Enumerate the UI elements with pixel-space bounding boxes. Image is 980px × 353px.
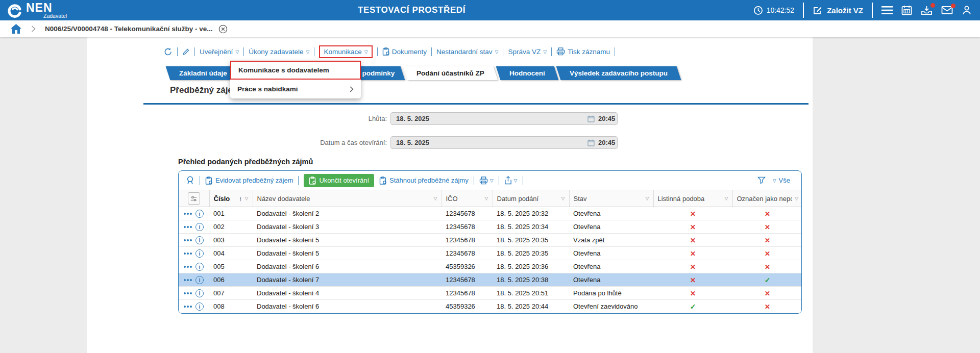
logo-subtitle: Zadavatel [43,13,67,19]
row-info-icon[interactable]: i [195,249,204,258]
inbox-button[interactable] [921,5,933,15]
filter-preset-dropdown[interactable]: ▽Vše [773,176,790,184]
row-info-icon[interactable]: i [195,302,204,311]
row-info-icon[interactable]: i [195,289,204,297]
menu-label: Tisk záznamu [568,48,610,56]
row-menu-dots-icon[interactable] [184,279,192,281]
oteviani-datetime-input[interactable]: 18. 5. 2025 20:45 [390,136,618,149]
tab-label: Podání účastníků ZP [416,69,484,77]
tab-z-kladn-daje[interactable]: Základní údaje [166,66,241,80]
breadcrumb-item[interactable]: N006/25/V00004748 - Telekomunikační služ… [45,25,212,33]
lhuta-date-value[interactable]: 18. 5. 2025 [391,115,587,122]
dropdown-item-pr-ce-s-nab-dkami[interactable]: Práce s nabídkami [230,80,361,98]
row-menu-dots-icon[interactable] [184,239,192,241]
row-number: 005 [209,260,253,273]
nen-logo[interactable]: NEN Zadavatel [7,2,67,19]
home-button[interactable] [10,23,22,34]
table-row[interactable]: i001Dodavatel - školení 21234567818. 5. … [179,207,802,220]
toolbar-separator [194,47,195,56]
table-row[interactable]: i008Dodavatel - školení 64535932618. 5. … [179,300,802,313]
row-actions-cell: i [179,207,209,220]
tab-hodnocen-[interactable]: Hodnocení [496,66,558,80]
column-header-cislo: Číslo↑▽ [209,190,253,207]
column-header-control[interactable]: Datum podání▽ [497,195,565,203]
cross-icon: ✕ [690,223,696,231]
submissions-table: Číslo↑▽Název dodavatele▽IČO▽Datum podání… [179,190,802,313]
column-header-control[interactable]: Stav▽ [574,195,649,203]
record-menu-dokumenty[interactable]: Dokumenty [382,47,427,56]
row-menu-dots-icon[interactable] [184,213,192,215]
menu-clipboard-icon [382,47,389,56]
export-button[interactable]: ▽ [504,176,518,185]
oteviani-time-value[interactable]: 20:45 [598,139,615,146]
filter-preset-label: Vše [779,176,790,184]
filter-chevron-icon: ▽ [795,196,798,201]
column-settings-button[interactable] [188,192,200,205]
chevron-down-icon: ▽ [514,178,518,183]
user-icon [962,5,972,15]
table-row[interactable]: i004Dodavatel - školení 51234567818. 5. … [179,247,802,260]
cross-icon: ✕ [690,263,696,271]
column-header-control[interactable]: Číslo↑▽ [214,195,249,203]
table-row[interactable]: i007Dodavatel - školení 41234567818. 5. … [179,287,802,300]
record-menu-spr-va-vz[interactable]: Správa VZ▽ [508,48,547,56]
table-toolbar: Evidovat předběžný zájemUkončit otevírán… [179,171,801,190]
row-actions-cell: i [179,234,209,247]
filter-chevron-icon: ▽ [485,196,488,201]
row-info-icon[interactable]: i [195,210,204,218]
row-info-icon[interactable]: i [195,236,204,244]
column-header-control[interactable]: Označen jako nepodaný▽ [737,195,799,203]
row-menu-dots-icon[interactable] [184,292,192,294]
evidovat-p-edb-n-z-jem-button[interactable]: Evidovat předběžný zájem [205,176,293,185]
column-header-control[interactable]: Název dodavatele▽ [257,195,437,203]
lhuta-datetime-input[interactable]: 18. 5. 2025 20:45 [390,112,618,125]
row-menu-dots-icon[interactable] [184,306,192,308]
award-icon[interactable] [186,175,194,185]
table-row[interactable]: i003Dodavatel - školení 51234567818. 5. … [179,234,802,247]
record-menu-tisk-z-znamu[interactable]: Tisk záznamu [556,47,610,56]
row-info-icon[interactable]: i [195,223,204,231]
column-header-control[interactable]: Listinná podoba▽ [658,195,728,203]
column-label: Listinná podoba [658,195,722,203]
record-menu-komunikace[interactable]: Komunikace▽ [319,45,372,58]
calendar-small-icon [587,115,595,122]
button-label: Ukončit otevírání [319,176,369,184]
tab-v-sledek-zad-vac-ho-postupu[interactable]: Výsledek zadávacího postupu [556,66,681,80]
column-label: IČO [446,195,482,203]
cross-icon: ✕ [765,263,770,271]
tab-pod-n-astn-k-zp[interactable]: Podání účastníků ZP [403,66,498,80]
refresh-icon[interactable] [164,47,173,56]
column-header-control[interactable]: IČO▽ [446,195,488,203]
table-row[interactable]: i005Dodavatel - školení 64535932618. 5. … [179,260,802,273]
oteviani-date-value[interactable]: 18. 5. 2025 [391,139,587,146]
close-record-button[interactable] [218,24,228,34]
toolbar-separator [243,47,244,56]
record-menu--kony-zadavatele[interactable]: Úkony zadavatele▽ [249,48,309,56]
calendar-icon [901,5,912,15]
ukon-it-otev-r-n--button[interactable]: Ukončit otevírání [304,174,374,187]
row-info-icon[interactable]: i [195,276,204,284]
table-row[interactable]: i006Dodavatel - školení 71234567818. 5. … [179,273,802,287]
submission-datetime: 18. 5. 2025 20:38 [493,273,569,287]
filter-funnel-button[interactable] [757,176,766,184]
record-menu-uve-ejn-n-[interactable]: Uveřejnění▽ [200,48,239,56]
messages-button[interactable] [941,6,953,15]
dropdown-item-komunikace-s-dodavatelem[interactable]: Komunikace s dodavatelem [230,61,361,80]
row-info-icon[interactable]: i [195,263,204,271]
row-menu-dots-icon[interactable] [184,266,192,268]
lhuta-time-value[interactable]: 20:45 [598,115,615,122]
menu-label: Úkony zadavatele [249,48,303,56]
paper-form-mark: ✕ [653,220,732,234]
menu-button[interactable] [881,6,893,15]
st-hnout-p-edb-n-z-jmy-button[interactable]: Stáhnout předběžné zájmy [379,176,469,185]
print-button[interactable]: ▽ [479,176,494,185]
edit-icon[interactable] [182,48,190,56]
record-menu-nestandardn-stav[interactable]: Nestandardní stav▽ [436,48,498,56]
row-menu-dots-icon[interactable] [184,253,192,255]
table-row[interactable]: i002Dodavatel - školení 31234567818. 5. … [179,220,802,234]
calendar-button[interactable] [901,5,912,15]
user-button[interactable] [962,5,972,15]
row-menu-dots-icon[interactable] [184,226,192,228]
create-vz-button[interactable]: Založit VZ [813,5,863,15]
paper-form-mark: ✕ [653,207,732,220]
